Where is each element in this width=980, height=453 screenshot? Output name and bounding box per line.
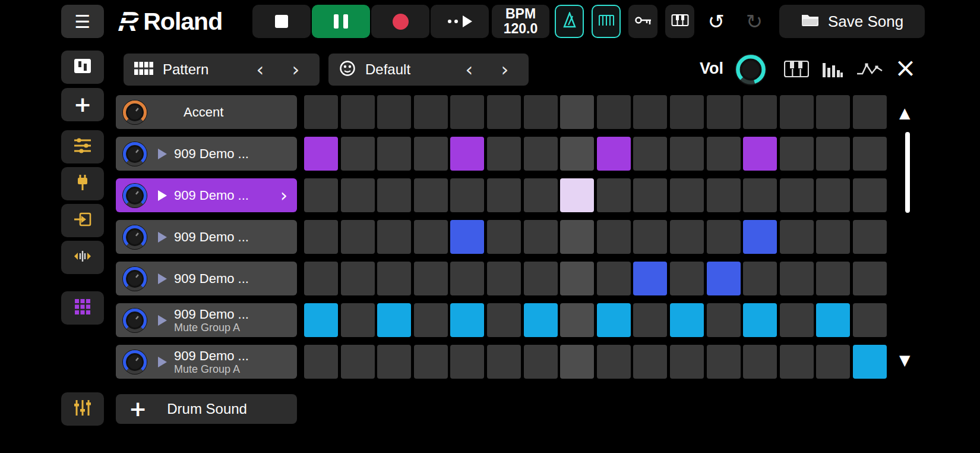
play-icon[interactable] [158,232,167,243]
step-cell[interactable] [743,345,777,379]
step-cell[interactable] [560,95,594,129]
step-cell[interactable] [743,137,777,171]
step-cell[interactable] [633,178,667,212]
step-cell[interactable] [414,345,448,379]
step-cell[interactable] [524,303,558,337]
step-cell[interactable] [707,345,741,379]
track-label[interactable]: 909 Demo ... [116,262,297,295]
play-icon[interactable] [158,273,167,284]
step-cell[interactable] [633,345,667,379]
step-cell[interactable] [743,303,777,337]
step-cell[interactable] [707,137,741,171]
step-cell[interactable] [707,95,741,129]
step-cell[interactable] [414,303,448,337]
step-cell[interactable] [341,220,375,254]
step-cell[interactable] [450,303,484,337]
knob[interactable] [122,266,148,292]
knob[interactable] [122,307,148,334]
step-cell[interactable] [304,137,338,171]
step-cell[interactable] [560,137,594,171]
step-cell[interactable] [816,137,850,171]
step-cell[interactable] [341,303,375,337]
step-cell[interactable] [524,262,558,295]
step-cell[interactable] [341,178,375,212]
step-cell[interactable] [816,345,850,379]
step-cell[interactable] [377,345,411,379]
step-cell[interactable] [560,220,594,254]
step-cell[interactable] [304,262,338,295]
step-cell[interactable] [304,220,338,254]
step-cell[interactable] [816,303,850,337]
step-cell[interactable] [633,95,667,129]
step-cell[interactable] [597,137,631,171]
step-cell[interactable] [780,345,814,379]
step-cell[interactable] [414,178,448,212]
step-cell[interactable] [524,137,558,171]
step-cell[interactable] [670,262,704,295]
knob[interactable] [122,141,148,167]
step-cell[interactable] [633,303,667,337]
step-cell[interactable] [487,95,521,129]
step-cell[interactable] [524,345,558,379]
knob[interactable] [122,349,148,375]
step-cell[interactable] [853,262,887,295]
play-icon[interactable] [158,190,167,201]
step-cell[interactable] [853,345,887,379]
step-cell[interactable] [743,95,777,129]
step-cell[interactable] [633,262,667,295]
scroll-up-icon[interactable]: ▲ [899,105,910,121]
step-cell[interactable] [414,220,448,254]
step-cell[interactable] [524,220,558,254]
step-cell[interactable] [304,95,338,129]
add-drum-sound-button[interactable]: + Drum Sound [116,394,297,424]
step-cell[interactable] [780,303,814,337]
step-cell[interactable] [780,95,814,129]
track-label[interactable]: 909 Demo ... [116,220,297,254]
step-cell[interactable] [633,220,667,254]
step-cell[interactable] [560,262,594,295]
step-cell[interactable] [670,303,704,337]
track-label[interactable]: 909 Demo ...Mute Group A [116,345,297,379]
step-cell[interactable] [304,345,338,379]
step-cell[interactable] [670,95,704,129]
step-cell[interactable] [597,303,631,337]
step-cell[interactable] [487,178,521,212]
step-cell[interactable] [743,262,777,295]
step-cell[interactable] [377,178,411,212]
step-cell[interactable] [341,262,375,295]
knob[interactable] [122,224,148,250]
step-cell[interactable] [487,137,521,171]
step-cell[interactable] [707,262,741,295]
step-cell[interactable] [597,95,631,129]
step-cell[interactable] [450,178,484,212]
step-cell[interactable] [377,220,411,254]
knob[interactable] [122,99,148,125]
track-label[interactable]: Accent [116,95,297,129]
play-icon[interactable] [158,149,167,159]
step-cell[interactable] [377,303,411,337]
step-cell[interactable] [853,220,887,254]
step-cell[interactable] [597,178,631,212]
step-cell[interactable] [597,262,631,295]
step-cell[interactable] [597,220,631,254]
step-cell[interactable] [670,220,704,254]
step-cell[interactable] [670,178,704,212]
step-cell[interactable] [780,178,814,212]
step-cell[interactable] [414,262,448,295]
step-cell[interactable] [487,345,521,379]
step-cell[interactable] [450,95,484,129]
step-cell[interactable] [487,303,521,337]
step-cell[interactable] [450,262,484,295]
step-cell[interactable] [304,303,338,337]
step-cell[interactable] [560,345,594,379]
step-cell[interactable] [853,178,887,212]
step-cell[interactable] [450,220,484,254]
play-icon[interactable] [158,315,167,326]
step-cell[interactable] [743,178,777,212]
step-cell[interactable] [487,262,521,295]
step-cell[interactable] [707,220,741,254]
step-cell[interactable] [341,95,375,129]
step-cell[interactable] [670,137,704,171]
step-cell[interactable] [853,95,887,129]
step-cell[interactable] [414,137,448,171]
